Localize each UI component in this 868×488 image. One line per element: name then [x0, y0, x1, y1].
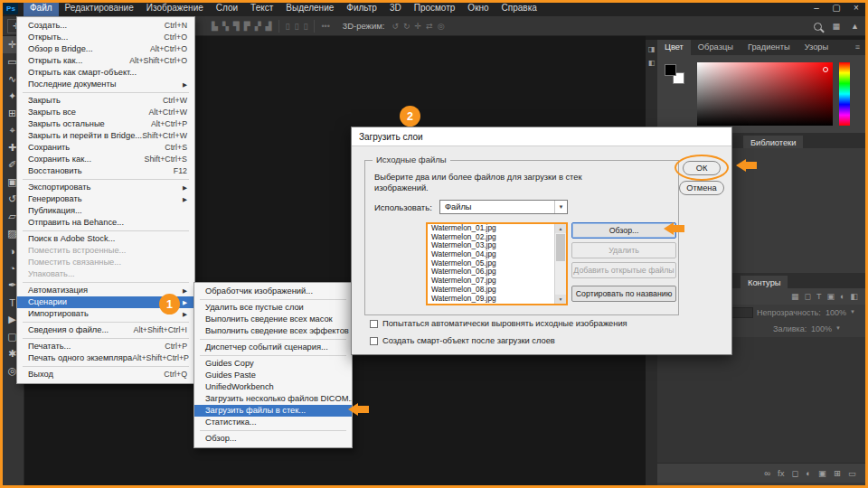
menu-item[interactable]: Выполнить сведение всех эффектов слоя [194, 325, 352, 337]
menubar-item-1[interactable]: Файл [24, 0, 59, 16]
smart-object-checkbox[interactable] [370, 337, 378, 345]
tab-2[interactable]: Образцы [691, 40, 741, 55]
fill-value[interactable]: 100% [811, 324, 832, 333]
menu-item[interactable]: Закрыть и перейти в Bridge...Shift+Ctrl+… [17, 130, 194, 142]
scroll-down-icon[interactable]: ▼ [555, 295, 566, 304]
close-icon[interactable]: × [846, 0, 866, 16]
menu-item[interactable]: Сведения о файле...Alt+Shift+Ctrl+I [17, 324, 194, 336]
menubar-item-3[interactable]: Изображение [140, 0, 210, 16]
menu-item[interactable]: Печатать...Ctrl+P [17, 341, 194, 352]
3d-roll-icon[interactable]: ↻ [403, 17, 410, 35]
menu-item[interactable]: Обзор... [194, 433, 352, 445]
menu-item[interactable]: Поиск в Adobe Stock... [17, 233, 194, 245]
sort-by-name-button[interactable]: Сортировать по названию [571, 286, 676, 302]
menu-item[interactable]: Удалить все пустые слои [194, 302, 352, 314]
menu-item[interactable]: Последние документы▶ [17, 79, 194, 90]
menubar-item-8[interactable]: 3D [383, 0, 408, 16]
align-center-h-icon[interactable]: ▚ [222, 17, 229, 35]
collapse-icon[interactable]: ▲ [851, 17, 859, 35]
panel-foreground-swatch[interactable] [665, 64, 676, 76]
adjustment-layer-icon[interactable]: ◐ [806, 468, 811, 478]
cancel-button[interactable]: Отмена [679, 181, 724, 195]
menu-item[interactable]: Закрыть всеAlt+Ctrl+W [17, 107, 194, 118]
menubar-item-2[interactable]: Редактирование [59, 0, 140, 16]
file-list[interactable]: Watermelon_01.jpgWatermelon_02.jpgWaterm… [426, 222, 568, 305]
menu-item[interactable]: Открыть как...Alt+Shift+Ctrl+O [17, 55, 194, 67]
menu-item[interactable]: ВосстановитьF12 [17, 165, 194, 177]
distribute-center-icon[interactable]: ▯ [294, 17, 298, 35]
search-icon[interactable] [814, 23, 822, 31]
tab-1[interactable]: Цвет [657, 40, 691, 55]
filter-smart-object-icon[interactable]: ◧ [850, 292, 858, 301]
distribute-top-icon[interactable]: ▯ [286, 17, 290, 35]
delete-layer-icon[interactable]: ▭ [848, 468, 856, 478]
menubar-item-10[interactable]: Окно [461, 0, 495, 16]
menu-item[interactable]: Статистика... [194, 417, 352, 428]
menu-item[interactable]: Создать...Ctrl+N [17, 20, 194, 32]
layer-style-icon[interactable]: fx [778, 468, 784, 478]
workspace-icon[interactable]: ▦ [833, 17, 841, 35]
saturation-value-field[interactable] [697, 62, 833, 126]
3d-pan-icon[interactable]: ✛ [415, 17, 422, 35]
menu-item[interactable]: Генерировать▶ [17, 193, 194, 205]
menubar-item-5[interactable]: Текст [244, 0, 279, 16]
file-list-scrollbar[interactable]: ▲ ▼ [554, 224, 566, 304]
menu-item[interactable]: Печать одного экземпляраAlt+Shift+Ctrl+P [17, 352, 194, 364]
ok-button[interactable]: ОК [683, 161, 721, 175]
tab-3[interactable]: Градиенты [741, 40, 797, 55]
menu-item[interactable]: UnifiedWorkbench [194, 381, 352, 393]
align-left-icon[interactable]: ▙ [212, 17, 218, 35]
menu-item[interactable]: СохранитьCtrl+S [17, 142, 194, 154]
menu-item[interactable]: Публикация... [17, 205, 194, 217]
align-top-icon[interactable]: ▛ [244, 17, 250, 35]
opacity-value[interactable]: 100% [826, 308, 846, 317]
browse-button[interactable]: Обзор... [571, 222, 676, 239]
distribute-bottom-icon[interactable]: ▯ [303, 17, 307, 35]
menu-item[interactable]: Guides Copy [194, 358, 352, 370]
maximize-icon[interactable]: ▢ [826, 0, 846, 16]
3d-zoom-icon[interactable]: ◎ [438, 17, 445, 35]
align-center-v-icon[interactable]: ▞ [255, 17, 261, 35]
layer-mask-icon[interactable]: ◻ [791, 468, 798, 478]
menu-item[interactable]: Выполнить сведение всех масок [194, 314, 352, 325]
menu-item[interactable]: Открыть как смарт-объект... [17, 67, 194, 79]
menu-item[interactable]: Обзор в Bridge...Alt+Ctrl+O [17, 43, 194, 55]
menu-item[interactable]: Диспетчер событий сценария... [194, 342, 352, 353]
menu-item[interactable]: Загрузить файлы в стек... [194, 405, 352, 417]
new-layer-icon[interactable]: ⊞ [834, 468, 841, 478]
menu-item[interactable]: Загрузить несколько файлов DICOM... [194, 393, 352, 405]
use-select[interactable]: Файлы ▼ [439, 200, 568, 214]
menubar-item-9[interactable]: Просмотр [408, 0, 462, 16]
menubar-item-11[interactable]: Справка [495, 0, 543, 16]
group-layers-icon[interactable]: ▣ [818, 468, 826, 478]
scrollbar-thumb[interactable] [556, 234, 565, 261]
tab-4[interactable]: Узоры [797, 40, 836, 55]
align-right-icon[interactable]: ▜ [233, 17, 240, 35]
align-bottom-icon[interactable]: ▟ [266, 17, 272, 35]
filter-image-icon[interactable]: ◻ [805, 292, 811, 301]
auto-align-checkbox[interactable] [370, 320, 378, 328]
menu-item[interactable]: Сохранить как...Shift+Ctrl+S [17, 154, 194, 165]
hue-slider[interactable] [839, 62, 850, 126]
menu-item[interactable]: ЗакрытьCtrl+W [17, 95, 194, 107]
menu-item[interactable]: ВыходCtrl+Q [17, 369, 194, 380]
menu-item[interactable]: Guides Paste [194, 370, 352, 381]
3d-orbit-icon[interactable]: ↺ [392, 17, 399, 35]
menubar-item-4[interactable]: Слои [210, 0, 244, 16]
filter-shape-icon[interactable]: ▣ [827, 292, 835, 301]
menu-item[interactable]: Отправить на Behance... [17, 217, 194, 229]
menubar-item-7[interactable]: Фильтр [340, 0, 383, 16]
menu-item[interactable]: Экспортировать▶ [17, 182, 194, 193]
menu-item[interactable]: Обработчик изображений... [194, 286, 352, 297]
menu-item[interactable]: Закрыть остальныеAlt+Ctrl+P [17, 118, 194, 130]
more-options-icon[interactable]: ••• [321, 17, 329, 35]
menubar-item-6[interactable]: Выделение [279, 0, 340, 16]
panel-color-swatches[interactable] [665, 64, 684, 84]
file-list-item[interactable]: Watermelon_09.jpg [428, 295, 554, 304]
collapsed-panel-icon-2[interactable]: ◧ [646, 59, 657, 67]
filter-type-icon[interactable]: T [816, 292, 822, 301]
link-layers-icon[interactable]: ∞ [764, 468, 770, 478]
filter-adjustment-icon[interactable]: ◐ [840, 292, 844, 301]
filter-kind-icon[interactable]: ▦ [791, 292, 799, 301]
3d-slide-icon[interactable]: ⇄ [426, 17, 433, 35]
